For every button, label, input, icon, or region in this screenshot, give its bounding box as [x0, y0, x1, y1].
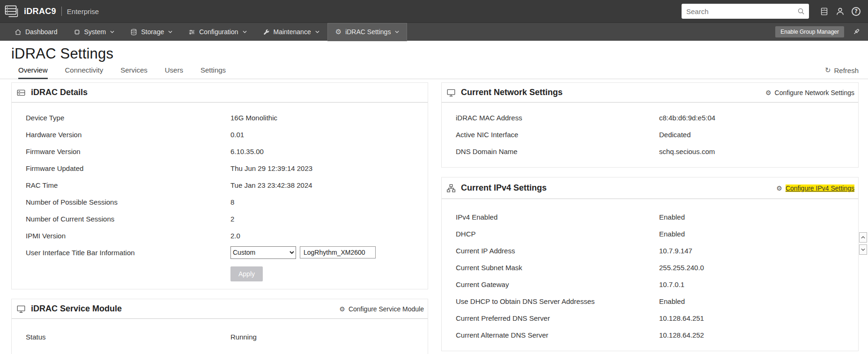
nav-system[interactable]: System [66, 23, 123, 41]
gear-icon: ⚙ [335, 29, 341, 36]
row-label: Current IP Address [456, 247, 659, 255]
search-box [682, 4, 809, 19]
chevron-down-icon [861, 248, 865, 251]
network-settings-body: iDRAC MAC Addressc8:4b:d6:9d:e5:04 Activ… [442, 103, 858, 167]
enable-group-manager-button[interactable]: Enable Group Manager [775, 26, 844, 37]
right-column: Current Network Settings ⚙ Configure Net… [441, 82, 859, 351]
apply-row: Apply [12, 266, 428, 281]
row-label: Device Type [26, 114, 230, 122]
section-title: iDRAC Service Module [31, 304, 122, 314]
row-value: 8 [230, 198, 234, 206]
apply-button[interactable]: Apply [230, 266, 263, 281]
title-bar-text-input[interactable] [300, 246, 376, 258]
nav-storage-label: Storage [141, 28, 164, 36]
help-icon[interactable]: ? [852, 7, 861, 16]
left-column: iDRAC Details Device Type16G Monolithic … [11, 82, 428, 354]
content: iDRAC Details Device Type16G Monolithic … [0, 79, 868, 354]
detail-row: Current Gateway10.7.0.1 [442, 276, 858, 293]
main-nav: Dashboard System Storage [0, 22, 868, 41]
row-value: 10.128.64.252 [659, 331, 704, 339]
nav-configuration[interactable]: Configuration [180, 23, 254, 41]
idrac-details-header: iDRAC Details [12, 83, 428, 103]
gear-icon: ⚙ [339, 306, 345, 312]
detail-row: Current Subnet Mask255.255.240.0 [442, 259, 858, 276]
chevron-down-icon [243, 30, 247, 33]
detail-row: DHCPEnabled [442, 225, 858, 242]
scroll-up-button[interactable] [859, 232, 867, 243]
row-value: 10.7.9.147 [659, 247, 692, 255]
user-icon[interactable] [836, 7, 845, 16]
row-value: Dedicated [659, 131, 691, 139]
page-title: iDRAC Settings [11, 45, 868, 62]
topbar-actions: ? [682, 4, 861, 19]
title-bar-mode-select[interactable]: Custom [230, 246, 296, 259]
nav-idrac-settings-label: iDRAC Settings [345, 28, 391, 36]
rack-icon[interactable] [820, 7, 829, 16]
nav-storage[interactable]: Storage [122, 23, 180, 41]
server-icon [16, 88, 26, 97]
row-label: Status [26, 333, 230, 341]
detail-row: Current Preferred DNS Server10.128.64.25… [442, 310, 858, 326]
product-name: iDRAC9 [24, 7, 56, 16]
storage-icon [130, 29, 137, 36]
row-label: IPMI Version [26, 232, 230, 240]
brand-divider [61, 7, 62, 16]
service-module-body: StatusRunning [12, 319, 428, 354]
row-value: Enabled [659, 230, 685, 238]
title-bar-info-row: User Interface Title Bar Information Cus… [12, 244, 428, 261]
nav-dashboard[interactable]: Dashboard [7, 23, 66, 41]
monitor-icon [16, 304, 26, 314]
tab-connectivity[interactable]: Connectivity [65, 66, 104, 79]
detail-row: Active NIC InterfaceDedicated [442, 126, 858, 143]
row-label: Current Alternate DNS Server [456, 331, 659, 339]
service-module-card: iDRAC Service Module ⚙ Configure Service… [11, 299, 428, 354]
tab-settings[interactable]: Settings [200, 66, 226, 79]
help-glyph: ? [854, 8, 858, 15]
search-input[interactable] [682, 7, 797, 15]
gear-icon: ⚙ [776, 185, 782, 192]
configure-network-settings-link[interactable]: ⚙ Configure Network Settings [765, 89, 854, 96]
idrac-details-card: iDRAC Details Device Type16G Monolithic … [11, 82, 428, 289]
detail-row: IPv4 EnabledEnabled [442, 208, 858, 225]
detail-row: Use DHCP to Obtain DNS Server AddressesE… [442, 293, 858, 310]
row-label: Active NIC Interface [456, 131, 659, 139]
detail-row: IPMI Version2.0 [12, 227, 428, 244]
tab-users[interactable]: Users [165, 66, 183, 79]
section-title: iDRAC Details [31, 88, 88, 97]
row-value: 2 [230, 215, 234, 223]
nav-dashboard-label: Dashboard [25, 28, 58, 36]
row-value: Enabled [659, 213, 685, 221]
row-value: schq.secious.com [659, 148, 715, 155]
detail-row: Number of Current Sessions2 [12, 210, 428, 227]
pin-icon[interactable] [853, 28, 861, 36]
chevron-down-icon [110, 30, 114, 33]
row-value: 2.0 [230, 232, 240, 240]
tabs-bar: Overview Connectivity Services Users Set… [0, 64, 868, 79]
refresh-label: Refresh [834, 66, 859, 74]
row-label: iDRAC MAC Address [456, 114, 659, 122]
configure-ipv4-settings-link[interactable]: ⚙ Configure IPv4 Settings [776, 184, 854, 192]
nav-items: Dashboard System Storage [7, 23, 407, 41]
tab-overview[interactable]: Overview [18, 66, 48, 79]
network-icon [446, 184, 456, 193]
tab-services[interactable]: Services [120, 66, 148, 79]
nav-idrac-settings[interactable]: ⚙ iDRAC Settings [327, 23, 408, 41]
row-value: 6.10.35.00 [230, 148, 264, 155]
row-label: Firmware Version [26, 148, 230, 155]
row-label: Current Subnet Mask [456, 264, 659, 272]
configure-network-settings-label: Configure Network Settings [775, 89, 854, 96]
row-label: Hardware Version [26, 131, 230, 139]
detail-row: Hardware Version0.01 [12, 126, 428, 143]
row-value: c8:4b:d6:9d:e5:04 [659, 114, 715, 122]
row-label: Number of Current Sessions [26, 215, 230, 223]
nav-maintenance[interactable]: Maintenance [255, 23, 327, 41]
refresh-button[interactable]: ↻ Refresh [825, 66, 859, 79]
service-module-header: iDRAC Service Module ⚙ Configure Service… [12, 299, 428, 319]
section-title: Current IPv4 Settings [461, 183, 547, 193]
row-value: Running [230, 333, 257, 341]
scroll-down-button[interactable] [859, 244, 867, 255]
ipv4-settings-body: IPv4 EnabledEnabled DHCPEnabled Current … [442, 199, 858, 351]
row-label: Current Preferred DNS Server [456, 314, 659, 322]
configure-service-module-link[interactable]: ⚙ Configure Service Module [339, 305, 424, 313]
search-icon[interactable] [797, 7, 805, 15]
